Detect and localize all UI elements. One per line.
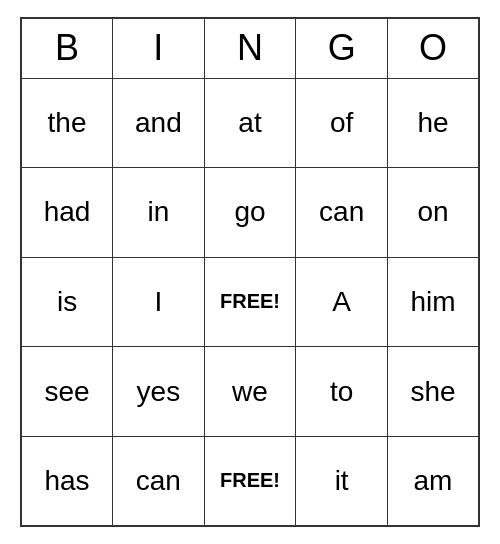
- cell-r2-c0: is: [21, 257, 113, 347]
- cell-r0-c0: the: [21, 78, 113, 168]
- cell-r1-c4: on: [387, 168, 479, 258]
- col-g: G: [296, 18, 388, 78]
- cell-r2-c3: A: [296, 257, 388, 347]
- cell-r0-c1: and: [113, 78, 205, 168]
- cell-r4-c2: FREE!: [204, 436, 296, 526]
- table-row: theandatofhe: [21, 78, 479, 168]
- table-row: seeyeswetoshe: [21, 347, 479, 437]
- bingo-card: B I N G O theandatofhehadingocanonisIFRE…: [20, 17, 480, 527]
- cell-r1-c3: can: [296, 168, 388, 258]
- cell-r0-c2: at: [204, 78, 296, 168]
- bingo-header-row: B I N G O: [21, 18, 479, 78]
- cell-r1-c1: in: [113, 168, 205, 258]
- cell-r1-c0: had: [21, 168, 113, 258]
- cell-r3-c1: yes: [113, 347, 205, 437]
- cell-r1-c2: go: [204, 168, 296, 258]
- table-row: hascanFREE!itam: [21, 436, 479, 526]
- table-row: hadingocanon: [21, 168, 479, 258]
- cell-r4-c4: am: [387, 436, 479, 526]
- bingo-body: theandatofhehadingocanonisIFREE!Ahimseey…: [21, 78, 479, 526]
- cell-r4-c1: can: [113, 436, 205, 526]
- col-b: B: [21, 18, 113, 78]
- cell-r2-c4: him: [387, 257, 479, 347]
- cell-r4-c0: has: [21, 436, 113, 526]
- cell-r4-c3: it: [296, 436, 388, 526]
- cell-r3-c4: she: [387, 347, 479, 437]
- col-i: I: [113, 18, 205, 78]
- table-row: isIFREE!Ahim: [21, 257, 479, 347]
- cell-r2-c1: I: [113, 257, 205, 347]
- col-o: O: [387, 18, 479, 78]
- cell-r0-c4: he: [387, 78, 479, 168]
- cell-r3-c3: to: [296, 347, 388, 437]
- cell-r0-c3: of: [296, 78, 388, 168]
- cell-r3-c2: we: [204, 347, 296, 437]
- cell-r3-c0: see: [21, 347, 113, 437]
- col-n: N: [204, 18, 296, 78]
- cell-r2-c2: FREE!: [204, 257, 296, 347]
